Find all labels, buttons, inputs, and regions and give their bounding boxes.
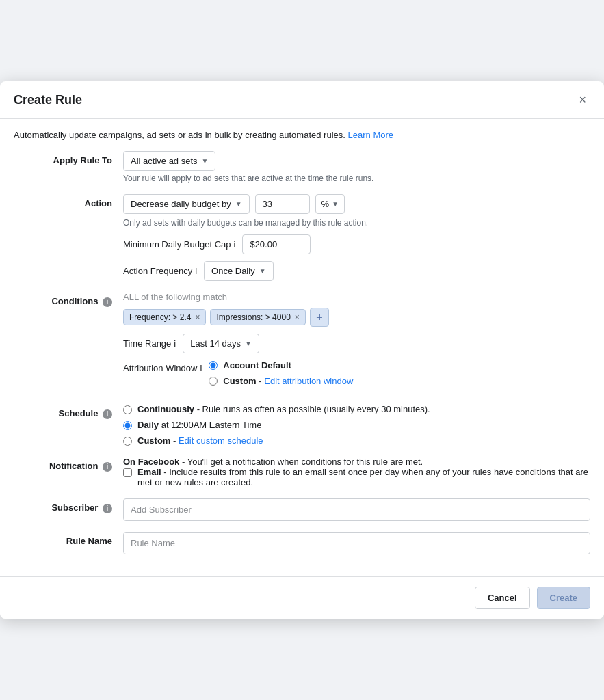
condition-tags: Frequency: > 2.4 × Impressions: > 4000 ×… [123,308,590,327]
conditions-label: Conditions i [14,292,123,307]
conditions-row: Conditions i ALL of the following match … [14,292,590,393]
rule-name-row: Rule Name [14,532,590,554]
time-range-row: Time Range i Last 14 days ▼ [123,334,590,353]
schedule-daily-radio[interactable] [123,421,132,430]
facebook-notification: On Facebook - You'll get a notification … [123,457,590,467]
notification-content: On Facebook - You'll get a notification … [123,457,590,487]
apply-rule-label: Apply Rule To [14,151,123,165]
edit-schedule-link[interactable]: Edit custom schedule [179,435,263,446]
schedule-custom-radio[interactable] [123,437,132,446]
subscriber-content [123,498,590,521]
email-notification-row: Email - Include results from this rule t… [123,467,590,487]
schedule-custom[interactable]: Custom - Edit custom schedule [123,435,590,446]
schedule-label: Schedule i [14,404,123,419]
close-button[interactable]: × [575,92,590,107]
attribution-window-options: Account Default Custom - Edit attributio… [209,360,353,386]
info-icon: i [234,239,236,250]
action-frequency-label: Action Frequency i [123,266,197,276]
schedule-options: Continuously - Rule runs as often as pos… [123,404,590,446]
schedule-row: Schedule i Continuously - Rule runs as o… [14,404,590,446]
action-label: Action [14,194,123,208]
attribution-custom[interactable]: Custom - Edit attribution window [209,376,353,386]
action-row: Action Decrease daily budget by ▼ % ▼ On… [14,194,590,281]
min-budget-label: Minimum Daily Budget Cap i [123,239,235,250]
apply-rule-row: Apply Rule To All active ad sets ▼ Your … [14,151,590,183]
modal-body: Automatically update campaigns, ad sets … [0,119,604,576]
intro-text: Automatically update campaigns, ad sets … [14,130,590,140]
schedule-daily[interactable]: Daily at 12:00AM Eastern Time [123,420,590,430]
min-budget-row: Minimum Daily Budget Cap i [123,234,590,254]
notification-row: Notification i On Facebook - You'll get … [14,457,590,487]
chevron-down-icon: ▼ [332,200,339,208]
remove-frequency-tag[interactable]: × [195,313,200,321]
modal-footer: Cancel Create [0,576,604,619]
rule-name-label: Rule Name [14,532,123,546]
chevron-down-icon: ▼ [259,267,266,275]
unit-dropdown[interactable]: % ▼ [315,194,345,214]
apply-rule-dropdown[interactable]: All active ad sets ▼ [123,151,215,171]
schedule-continuously[interactable]: Continuously - Rule runs as often as pos… [123,404,590,414]
action-frequency-row: Action Frequency i Once Daily ▼ [123,261,590,281]
schedule-continuously-radio[interactable] [123,405,132,414]
attribution-window-label: Attribution Window i [123,363,202,373]
condition-tag-impressions: Impressions: > 4000 × [210,309,305,325]
attribution-custom-radio[interactable] [209,377,218,386]
edit-attribution-link[interactable]: Edit attribution window [264,376,353,386]
notification-label: Notification i [14,457,123,472]
attribution-account-default[interactable]: Account Default [209,360,353,371]
info-icon: i [103,297,112,307]
action-content: Decrease daily budget by ▼ % ▼ Only ad s… [123,194,590,281]
apply-rule-hint: Your rule will apply to ad sets that are… [123,174,590,183]
modal-title: Create Rule [14,93,82,107]
time-range-label: Time Range i [123,338,176,349]
modal-header: Create Rule × [0,81,604,119]
min-budget-input[interactable] [242,234,311,254]
email-notification-checkbox[interactable] [123,468,132,477]
rule-name-input[interactable] [123,532,590,554]
info-icon: i [103,409,112,419]
cancel-button[interactable]: Cancel [475,587,530,609]
chevron-down-icon: ▼ [245,340,252,347]
info-icon: i [195,266,197,276]
subscriber-row: Subscriber i [14,498,590,521]
create-button[interactable]: Create [537,587,590,609]
conditions-content: ALL of the following match Frequency: > … [123,292,590,393]
action-hint: Only ad sets with daily budgets can be m… [123,218,590,228]
info-icon: i [103,504,112,513]
subscriber-label: Subscriber i [14,498,123,513]
action-controls: Decrease daily budget by ▼ % ▼ [123,194,590,214]
schedule-content: Continuously - Rule runs as often as pos… [123,404,590,446]
attribution-account-radio[interactable] [209,361,218,370]
info-icon: i [200,363,202,373]
apply-rule-content: All active ad sets ▼ Your rule will appl… [123,151,590,183]
remove-impressions-tag[interactable]: × [295,313,300,321]
info-icon: i [174,338,176,349]
add-condition-button[interactable]: + [310,308,329,327]
subscriber-input[interactable] [123,498,590,521]
chevron-down-icon: ▼ [235,200,242,208]
conditions-hint: ALL of the following match [123,292,590,302]
action-dropdown[interactable]: Decrease daily budget by ▼ [123,194,250,214]
time-range-dropdown[interactable]: Last 14 days ▼ [183,334,259,353]
info-icon: i [103,462,112,472]
attribution-window-row: Attribution Window i Account Default Cus… [123,360,590,386]
action-amount-input[interactable] [255,194,310,214]
learn-more-link[interactable]: Learn More [348,130,393,140]
frequency-dropdown[interactable]: Once Daily ▼ [204,261,273,281]
create-rule-modal: Create Rule × Automatically update campa… [0,81,604,619]
condition-tag-frequency: Frequency: > 2.4 × [123,309,206,325]
chevron-down-icon: ▼ [202,157,209,165]
rule-name-content [123,532,590,554]
